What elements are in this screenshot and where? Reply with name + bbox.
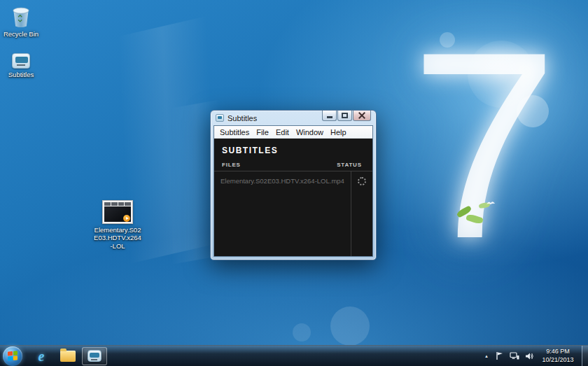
menu-help[interactable]: Help <box>327 127 350 137</box>
desktop-icon-label: Subtitles <box>0 71 42 78</box>
menu-bar: Subtitles File Edit Window Help <box>214 126 372 139</box>
subtitles-app-icon <box>0 53 42 69</box>
menu-window[interactable]: Window <box>293 127 327 137</box>
network-icon[interactable] <box>510 352 519 360</box>
app-panel: SUBTITLES FILES STATUS Elementary.S02E03… <box>214 139 372 256</box>
wallpaper-bokeh <box>330 307 370 346</box>
play-badge-icon <box>123 215 130 222</box>
taskbar-clock[interactable]: 9:46 PM 10/21/2013 <box>537 348 579 364</box>
video-file-thumbnail-icon <box>94 200 141 224</box>
menu-subtitles[interactable]: Subtitles <box>216 127 253 137</box>
wallpaper-bird <box>486 196 496 209</box>
desktop-icon-subtitles-app[interactable]: Subtitles <box>0 53 42 78</box>
clock-time: 9:46 PM <box>538 348 578 356</box>
loading-spinner-icon <box>358 177 366 185</box>
desktop-icon-label: Elementary.S02E03.HDTV.x264-LOL <box>94 226 141 250</box>
action-center-flag-icon[interactable] <box>496 351 504 360</box>
windows-7-logo: 7 <box>410 13 558 279</box>
desktop-icon-video-file[interactable]: Elementary.S02E03.HDTV.x264-LOL <box>94 200 141 250</box>
close-icon <box>358 112 365 119</box>
desktop-icon-recycle-bin[interactable]: Recycle Bin <box>0 4 42 38</box>
window-titlebar[interactable]: Subtitles <box>211 111 376 125</box>
subtitles-app-icon <box>88 350 102 362</box>
wallpaper-leaf <box>456 205 472 218</box>
show-hidden-icons-button[interactable]: ▲ <box>480 351 493 361</box>
wallpaper-bokeh <box>468 41 535 108</box>
status-column <box>351 171 372 256</box>
panel-title: SUBTITLES <box>214 139 372 162</box>
desktop: 7 Recycle Bin <box>0 0 588 366</box>
desktop-icon-label: Recycle Bin <box>0 30 42 38</box>
taskbar-explorer-button[interactable] <box>55 347 80 365</box>
table-body: Elementary.S02E03.HDTV.x264-LOL.mp4 <box>214 171 372 256</box>
folder-icon <box>60 351 76 362</box>
window-controls <box>321 111 371 121</box>
internet-explorer-icon: e <box>38 349 45 363</box>
table-header-row: FILES STATUS <box>214 162 372 171</box>
column-header-files: FILES <box>214 162 326 168</box>
menu-edit[interactable]: Edit <box>272 127 293 137</box>
taskbar-internet-explorer-button[interactable]: e <box>29 347 54 365</box>
wallpaper-bokeh <box>517 95 549 127</box>
system-tray: ▲ 9:46 PM 10/21/2013 <box>480 346 588 366</box>
show-desktop-button[interactable] <box>582 346 588 366</box>
file-row[interactable]: Elementary.S02E03.HDTV.x264-LOL.mp4 <box>214 171 351 190</box>
menu-file[interactable]: File <box>253 127 272 137</box>
minimize-button[interactable] <box>322 111 337 121</box>
window-body: Subtitles File Edit Window Help SUBTITLE… <box>214 125 373 257</box>
start-button[interactable] <box>3 346 22 366</box>
recycle-bin-icon <box>0 4 42 28</box>
wallpaper-bokeh <box>440 32 455 48</box>
window-app-icon <box>216 114 224 122</box>
close-button[interactable] <box>353 111 371 121</box>
volume-icon[interactable] <box>525 352 534 360</box>
window-title: Subtitles <box>227 114 257 122</box>
windows-flag-icon <box>8 351 18 361</box>
files-column: Elementary.S02E03.HDTV.x264-LOL.mp4 <box>214 171 351 256</box>
column-header-status: STATUS <box>326 162 372 168</box>
clock-date: 10/21/2013 <box>538 356 578 364</box>
wallpaper-bokeh <box>293 323 311 342</box>
maximize-button[interactable] <box>337 111 352 121</box>
wallpaper-leaf <box>465 213 484 225</box>
taskbar-subtitles-app-button[interactable] <box>82 347 107 365</box>
wallpaper-leaf <box>479 202 491 209</box>
subtitles-window: Subtitles Subtitles File Edit Window Hel… <box>210 110 377 260</box>
taskbar: e ▲ 9:46 PM 10/21/2013 <box>0 345 588 366</box>
